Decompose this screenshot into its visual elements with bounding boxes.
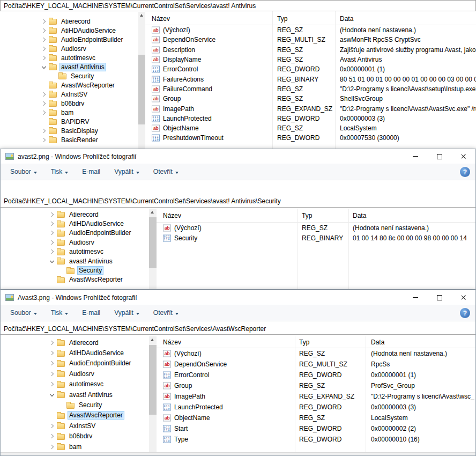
titlebar[interactable]: avast2.png - Windows Prohlížeč fotografi… — [1, 149, 475, 164]
tree-item[interactable]: b06bdrv — [1, 431, 149, 442]
registry-value-row[interactable]: LaunchProtected REG_DWORD 0x00000003 (3) — [157, 402, 475, 413]
chevron-icon[interactable] — [41, 137, 47, 143]
chevron-icon[interactable] — [49, 248, 55, 255]
column-header-data[interactable]: Data — [340, 15, 353, 23]
tree-item[interactable]: avast! Antivirus — [0, 62, 138, 71]
chevron-icon[interactable] — [49, 392, 55, 398]
registry-value-row[interactable]: DisplayName REG_SZ Avast Antivirus — [145, 55, 476, 64]
tree-item[interactable]: autotimesvc — [0, 53, 138, 62]
tree-item[interactable]: b06bdrv — [0, 99, 138, 108]
chevron-icon[interactable] — [41, 82, 47, 89]
menu-item[interactable]: Vypálit — [114, 168, 139, 175]
chevron-icon[interactable] — [49, 412, 55, 418]
registry-value-row[interactable]: ErrorControl REG_DWORD 0x00000001 (1) — [157, 370, 475, 380]
menu-item[interactable]: Otevřít — [153, 168, 178, 175]
tree-item[interactable]: AtiHDAudioService — [0, 26, 138, 35]
tree-item[interactable]: Security — [1, 266, 149, 275]
tree-scrollbar[interactable] — [138, 12, 145, 149]
registry-value-row[interactable]: (Výchozí) REG_SZ (Hodnota není nastavena… — [157, 223, 475, 233]
chevron-icon[interactable] — [41, 119, 47, 125]
registry-value-row[interactable]: Type REG_DWORD 0x00000010 (16) — [157, 434, 475, 445]
column-header-name[interactable]: Název — [163, 212, 181, 219]
registry-value-row[interactable]: Start REG_DWORD 0x00000002 (2) — [157, 423, 475, 434]
registry-value-row[interactable]: LaunchProtected REG_DWORD 0x00000003 (3) — [145, 114, 476, 123]
chevron-icon[interactable] — [58, 267, 65, 274]
tree-item[interactable]: BasicDisplay — [0, 126, 138, 135]
chevron-icon[interactable] — [41, 100, 47, 107]
menu-item[interactable]: E-mail — [82, 168, 100, 175]
tree-item[interactable]: AvastWscReporter — [0, 80, 138, 90]
help-button[interactable] — [460, 308, 470, 318]
chevron-icon[interactable] — [49, 211, 55, 218]
close-button[interactable] — [451, 290, 475, 305]
registry-value-row[interactable]: Security REG_BINARY 01 00 14 80 8c 00 00… — [157, 233, 475, 243]
tree-item[interactable]: Atierecord — [1, 337, 149, 348]
chevron-icon[interactable] — [49, 258, 55, 264]
tree-item[interactable]: AxInstSV — [1, 421, 149, 431]
registry-value-row[interactable]: DependOnService REG_MULTI_SZ RpcSs — [157, 359, 475, 370]
tree-item[interactable]: autotimesvc — [1, 379, 149, 389]
registry-value-row[interactable]: Description REG_SZ Zajišťuje antivirové … — [145, 45, 476, 55]
menu-item[interactable]: E-mail — [82, 309, 100, 317]
tree-item[interactable]: Security — [1, 400, 149, 410]
chevron-icon[interactable] — [49, 340, 55, 346]
tree-item[interactable]: Security — [0, 71, 138, 80]
registry-value-row[interactable]: PreshutdownTimeout REG_DWORD 0x00007530 … — [145, 133, 476, 143]
tree-item[interactable]: bam — [1, 442, 149, 452]
chevron-icon[interactable] — [49, 433, 55, 439]
menu-item[interactable]: Otevřít — [153, 309, 178, 317]
maximize-button[interactable] — [427, 149, 451, 164]
chevron-icon[interactable] — [41, 18, 47, 25]
chevron-icon[interactable] — [49, 381, 55, 387]
tree-item[interactable]: AvastWscReporter — [1, 275, 149, 284]
chevron-icon[interactable] — [58, 402, 65, 408]
tree-item[interactable]: BAPIDRV — [0, 117, 138, 126]
tree-item[interactable]: Audiosrv — [0, 44, 138, 53]
minimize-button[interactable] — [403, 149, 427, 164]
tree-item[interactable]: AvastWscReporter — [1, 410, 149, 421]
tree-item[interactable]: Audiosrv — [1, 238, 149, 247]
registry-value-row[interactable]: Group REG_SZ ShellSvcGroup — [145, 94, 476, 104]
registry-value-row[interactable]: ImagePath REG_EXPAND_SZ "D:\2-Programy s… — [157, 391, 475, 402]
menu-item[interactable]: Soubor — [10, 168, 37, 175]
horizontal-scrollbar[interactable] — [1, 452, 475, 455]
tree-item[interactable]: Audiosrv — [1, 369, 149, 379]
menu-item[interactable]: Tisk — [51, 309, 69, 317]
chevron-icon[interactable] — [41, 128, 47, 134]
chevron-icon[interactable] — [41, 55, 47, 61]
chevron-icon[interactable] — [41, 109, 47, 116]
column-header-name[interactable]: Název — [163, 339, 181, 346]
chevron-icon[interactable] — [50, 73, 57, 79]
registry-value-row[interactable]: DependOnService REG_MULTI_SZ aswMonFlt R… — [145, 35, 476, 45]
menu-item[interactable]: Tisk — [51, 168, 69, 175]
titlebar[interactable]: Avast3.png - Windows Prohlížeč fotografi… — [1, 290, 475, 305]
scroll-up-icon[interactable] — [149, 209, 157, 216]
column-header-data[interactable]: Data — [371, 339, 384, 346]
registry-value-row[interactable]: (Výchozí) REG_SZ (Hodnota není nastavena… — [145, 25, 476, 35]
chevron-icon[interactable] — [49, 350, 55, 356]
column-header-data[interactable]: Data — [353, 212, 366, 219]
chevron-icon[interactable] — [49, 276, 55, 283]
tree-item[interactable]: AudioEndpointBuilder — [1, 358, 149, 369]
chevron-icon[interactable] — [41, 46, 47, 52]
registry-value-row[interactable]: FailureCommand REG_SZ "D:\2-Programy s l… — [145, 84, 476, 94]
tree-item[interactable]: AudioEndpointBuilder — [1, 229, 149, 238]
registry-value-row[interactable]: ErrorControl REG_DWORD 0x00000001 (1) — [145, 64, 476, 74]
chevron-icon[interactable] — [49, 371, 55, 377]
minimize-button[interactable] — [403, 290, 427, 305]
chevron-icon[interactable] — [49, 239, 55, 246]
chevron-icon[interactable] — [41, 36, 47, 43]
tree-scrollbar[interactable] — [149, 336, 157, 452]
menu-item[interactable]: Soubor — [10, 309, 37, 317]
registry-value-row[interactable]: ObjectName REG_SZ LocalSystem — [145, 123, 476, 133]
scrollbar-thumb[interactable] — [138, 55, 145, 124]
tree-item[interactable]: AtiHDAudioService — [1, 219, 149, 228]
tree-item[interactable]: AxInstSV — [0, 90, 138, 99]
column-header-type[interactable]: Typ — [277, 15, 287, 23]
scrollbar-thumb[interactable] — [149, 217, 157, 268]
tree-item[interactable]: Atierecord — [1, 210, 149, 219]
tree-item[interactable]: autotimesvc — [1, 247, 149, 256]
chevron-icon[interactable] — [49, 230, 55, 236]
chevron-icon[interactable] — [49, 360, 55, 366]
tree-scrollbar[interactable] — [149, 209, 157, 289]
